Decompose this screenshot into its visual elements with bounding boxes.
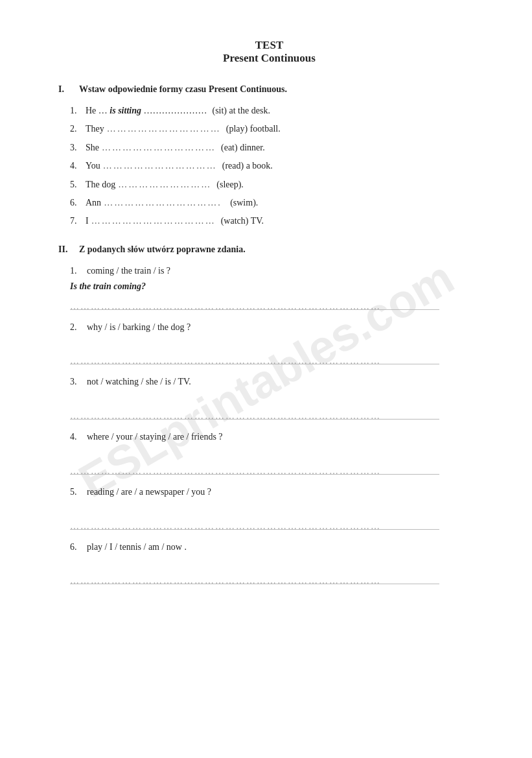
item-hint: (swim). (230, 196, 258, 210)
item-number: 4. (70, 159, 83, 173)
s2-item-row: 6. play / I / tennis / am / now . (70, 540, 480, 554)
item-number: 1. (70, 264, 83, 278)
item-dots: ……………………………. (104, 196, 225, 210)
item-prompt: why / is / barking / the dog ? (87, 320, 191, 335)
list-item: 3. not / watching / she / is / TV. ……………… (70, 375, 480, 420)
list-item: 2. They …………………………… (play) football. (70, 122, 480, 136)
list-item: 6. play / I / tennis / am / now . ………………… (70, 540, 480, 585)
list-item: 5. reading / are / a newspaper / you ? …… (70, 485, 480, 530)
item-prompt: where / your / staying / are / friends ? (87, 430, 223, 444)
item-prompt: coming / the train / is ? (87, 264, 170, 278)
section-2: II. Z podanych słów utwórz poprawne zdan… (58, 244, 480, 585)
item-number: 5. (70, 485, 83, 499)
item-number: 7. (70, 214, 83, 228)
section-2-list: 1. coming / the train / is ? Is the trai… (70, 264, 480, 585)
s2-item-row: 1. coming / the train / is ? (70, 264, 480, 278)
list-item: 3. She …………………………… (eat) dinner. (70, 141, 480, 155)
answer-line: ……………………………………………………………………………… (70, 300, 439, 310)
s2-item-row: 3. not / watching / she / is / TV. (70, 375, 480, 389)
section-1-number: I. (58, 84, 71, 95)
list-item: 7. I ……………………………… (watch) TV. (70, 214, 480, 228)
title-line1: TEST (58, 39, 480, 52)
item-number: 2. (70, 122, 83, 136)
section-2-number: II. (58, 244, 71, 255)
item-subject: I (86, 214, 89, 228)
item-hint: (play) football. (226, 122, 281, 136)
list-item: 5. The dog ……………………… (sleep). (70, 178, 480, 192)
section-1-header: I. Wstaw odpowiednie formy czasu Present… (58, 84, 480, 95)
item-prompt: not / watching / she / is / TV. (87, 375, 191, 389)
list-item: 2. why / is / barking / the dog ? ………………… (70, 320, 480, 365)
item-hint: (eat) dinner. (221, 141, 265, 155)
title-line2: Present Continuous (58, 52, 480, 65)
item-hint: (sleep). (216, 178, 244, 192)
item-subject: Ann (86, 196, 101, 210)
item-hint: (sit) at the desk. (212, 104, 270, 118)
answer-line: ……………………………………………………………………………… (70, 574, 439, 584)
item-subject: You (86, 159, 100, 173)
item-number: 4. (70, 430, 83, 444)
item-subject: She (86, 141, 99, 155)
item-hint: (watch) TV. (221, 214, 264, 228)
answer-example: Is the train coming? (70, 279, 480, 294)
item-subject: He … is sitting ………………… (86, 104, 207, 118)
list-item: 4. where / your / staying / are / friend… (70, 430, 480, 475)
item-hint: (read) a book. (222, 159, 273, 173)
item-dots: …………………………… (103, 159, 217, 173)
page-title: TEST Present Continuous (58, 39, 480, 65)
s2-item-row: 2. why / is / barking / the dog ? (70, 320, 480, 335)
list-item: 4. You …………………………… (read) a book. (70, 159, 480, 173)
section-1-instruction: Wstaw odpowiednie formy czasu Present Co… (79, 84, 287, 95)
s2-item-row: 5. reading / are / a newspaper / you ? (70, 485, 480, 499)
item-number: 1. (70, 104, 83, 118)
section-1-list: 1. He … is sitting ………………… (sit) at the … (70, 104, 480, 229)
list-item: 6. Ann ……………………………. (swim). (70, 196, 480, 210)
answer-line: ……………………………………………………………………………… (70, 519, 439, 530)
item-dots: ……………………………… (91, 214, 216, 228)
item-subject: The dog (86, 178, 115, 192)
list-item: 1. coming / the train / is ? Is the trai… (70, 264, 480, 310)
item-number: 5. (70, 178, 83, 192)
item-number: 6. (70, 540, 83, 554)
answer-line: ……………………………………………………………………………… (70, 464, 439, 475)
item-subject: They (86, 122, 104, 136)
s2-item-row: 4. where / your / staying / are / friend… (70, 430, 480, 444)
section-2-header: II. Z podanych słów utwórz poprawne zdan… (58, 244, 480, 255)
item-dots: ……………………… (118, 178, 211, 192)
item-number: 3. (70, 141, 83, 155)
answer-line: ……………………………………………………………………………… (70, 409, 439, 420)
item-dots: …………………………… (102, 141, 216, 155)
list-item: 1. He … is sitting ………………… (sit) at the … (70, 104, 480, 118)
answer-filled: is sitting (110, 106, 141, 115)
answer-line: ……………………………………………………………………………… (70, 354, 439, 364)
item-number: 2. (70, 320, 83, 335)
section-2-instruction: Z podanych słów utwórz poprawne zdania. (79, 244, 246, 255)
section-1: I. Wstaw odpowiednie formy czasu Present… (58, 84, 480, 229)
item-dots: …………………………… (107, 122, 221, 136)
item-number: 6. (70, 196, 83, 210)
item-prompt: play / I / tennis / am / now . (87, 540, 187, 554)
item-number: 3. (70, 375, 83, 389)
item-prompt: reading / are / a newspaper / you ? (87, 485, 211, 499)
